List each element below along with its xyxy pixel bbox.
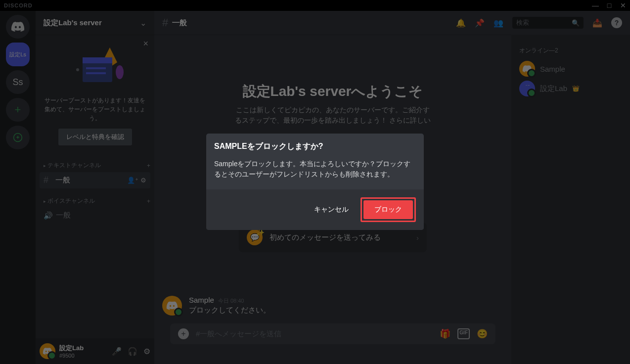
highlighted-action: ブロック <box>360 197 416 222</box>
modal-title: SAMPLEをブロックしますか? <box>214 141 416 152</box>
modal-overlay[interactable]: SAMPLEをブロックしますか? Sampleをブロックします。本当によろしいで… <box>0 0 630 364</box>
block-user-modal: SAMPLEをブロックしますか? Sampleをブロックします。本当によろしいで… <box>206 134 424 230</box>
cancel-button[interactable]: キャンセル <box>306 200 357 219</box>
block-button[interactable]: ブロック <box>363 200 413 219</box>
modal-text: Sampleをブロックします。本当によろしいですか？ブロックするとそのユーザーが… <box>214 159 416 180</box>
